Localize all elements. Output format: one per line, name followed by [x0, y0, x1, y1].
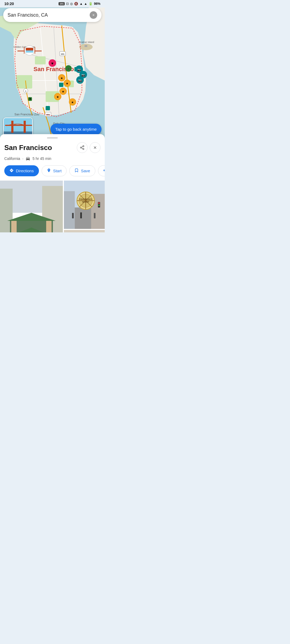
place-title: San Francisco [4, 144, 52, 152]
status-time: 10:20 [4, 2, 14, 6]
action-buttons: Directions Start Save [0, 165, 105, 181]
svg-rect-34 [59, 83, 63, 87]
svg-line-64 [81, 148, 83, 149]
svg-text:📷: 📷 [78, 79, 82, 82]
svg-point-63 [83, 148, 84, 150]
svg-point-62 [80, 147, 82, 148]
status-icons: 101 ⊡ ◎ 🔇 ▲ ▲ 🔋 96% [59, 2, 100, 6]
directions-label: Directions [16, 169, 34, 173]
close-icon-button[interactable] [90, 142, 100, 153]
svg-rect-78 [46, 221, 52, 232]
svg-text:◾: ◾ [67, 67, 70, 71]
svg-rect-59 [11, 121, 13, 133]
svg-rect-60 [24, 121, 26, 133]
save-icon [74, 168, 79, 173]
clear-button[interactable]: × [90, 11, 97, 19]
svg-text:101: 101 [61, 53, 64, 55]
start-label: Start [53, 169, 62, 173]
svg-point-61 [83, 146, 84, 147]
photo-lanterns-street[interactable] [64, 230, 105, 232]
svg-rect-18 [85, 45, 87, 47]
tooltip-text: Tap to go back anytime [55, 127, 97, 131]
status-bar: 10:20 101 ⊡ ◎ 🔇 ▲ ▲ 🔋 96% [0, 0, 105, 8]
directions-button[interactable]: Directions [4, 165, 39, 176]
search-bar[interactable]: × [3, 8, 102, 22]
svg-point-69 [104, 170, 105, 171]
svg-rect-106 [64, 230, 105, 232]
svg-line-65 [81, 147, 83, 147]
directions-icon [9, 168, 14, 173]
svg-rect-90 [64, 191, 75, 229]
svg-rect-35 [46, 106, 50, 110]
sheet-header: San Francisco [0, 142, 105, 155]
svg-text:⚑: ⚑ [29, 98, 31, 101]
svg-point-105 [98, 204, 100, 206]
svg-text:WHARF: WHARF [82, 201, 89, 203]
photos-grid: FISHERMAN'S WHARF [0, 181, 105, 232]
share-button[interactable]: Share [98, 165, 105, 176]
svg-text:San Francisco Zoo: San Francisco Zoo [15, 113, 39, 116]
photo-fishermans-wharf[interactable]: FISHERMAN'S WHARF [64, 181, 105, 229]
svg-rect-102 [94, 213, 95, 218]
svg-rect-25 [26, 50, 33, 53]
save-button[interactable]: Save [69, 165, 95, 176]
cast-icon: ⊡ [66, 2, 69, 6]
drive-icon [26, 156, 30, 161]
clear-icon: × [92, 13, 95, 17]
svg-rect-7 [35, 56, 46, 64]
share-icon-button[interactable] [77, 142, 88, 153]
svg-rect-6 [16, 75, 32, 89]
battery-percent: 96% [94, 2, 100, 6]
drive-time: 5 hr 45 min [32, 156, 51, 161]
svg-line-71 [104, 171, 105, 171]
map-tooltip[interactable]: Tap to go back anytime [50, 124, 102, 135]
battery-icon: 🔋 [89, 2, 93, 6]
svg-text:★: ★ [71, 101, 74, 104]
svg-text:★: ★ [66, 82, 68, 85]
signal-icon: ▲ [84, 2, 87, 6]
share-btn-icon [103, 168, 105, 173]
svg-rect-77 [11, 221, 17, 232]
highway-badge-icon: 101 [59, 2, 65, 5]
start-button[interactable]: Start [42, 165, 67, 176]
svg-text:📷: 📷 [77, 68, 81, 72]
location-icon: ◎ [70, 2, 73, 6]
save-label: Save [81, 169, 90, 173]
wifi-icon: ▲ [79, 2, 83, 6]
photo-chinatown[interactable] [0, 181, 63, 232]
svg-rect-100 [72, 213, 74, 218]
search-input[interactable] [8, 12, 90, 18]
bottom-sheet: San Francisco California · 5 h [0, 134, 105, 232]
svg-point-104 [98, 202, 100, 204]
svg-rect-101 [80, 212, 82, 218]
svg-text:1: 1 [25, 90, 27, 92]
place-meta: California · 5 hr 45 min [0, 155, 105, 165]
sheet-handle [47, 137, 58, 138]
start-icon [47, 168, 51, 173]
svg-text:Alcatraz Island: Alcatraz Island [78, 41, 94, 43]
svg-text:★: ★ [56, 95, 59, 98]
svg-line-72 [104, 169, 105, 170]
svg-text:📷: 📷 [81, 73, 85, 77]
svg-text:♥: ♥ [51, 61, 53, 65]
svg-text:FISHERMAN'S: FISHERMAN'S [79, 198, 92, 200]
svg-text:★: ★ [60, 76, 63, 80]
mute-icon: 🔇 [74, 2, 78, 6]
svg-text:★: ★ [62, 90, 64, 93]
place-state: California [4, 156, 20, 161]
